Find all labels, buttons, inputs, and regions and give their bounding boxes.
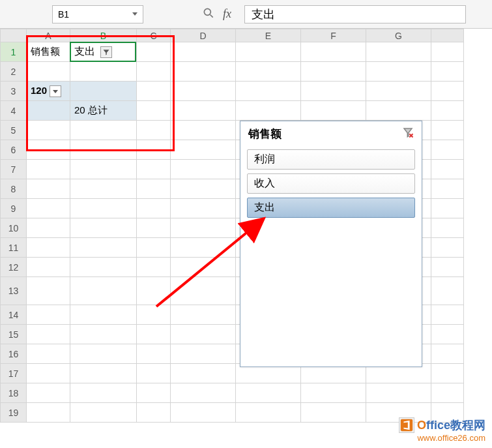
row-head-17[interactable]: 17: [1, 364, 27, 383]
row-head-10[interactable]: 10: [1, 218, 27, 238]
cell-A3[interactable]: 120: [27, 82, 70, 101]
watermark-brand: Office教程网: [417, 417, 485, 433]
row-head-18[interactable]: 18: [1, 383, 27, 403]
row-head-16[interactable]: 16: [1, 344, 27, 364]
col-head-B[interactable]: B: [70, 29, 137, 42]
row-head-14[interactable]: 14: [1, 305, 27, 325]
formula-value: 支出: [252, 7, 275, 22]
row-head-5[interactable]: 5: [1, 121, 27, 140]
cell-E4[interactable]: [236, 101, 301, 121]
watermark: Office教程网 www.office26.com: [399, 417, 485, 443]
cell-C1[interactable]: [137, 42, 171, 62]
slicer-header: 销售额: [240, 121, 422, 147]
row-head-11[interactable]: 11: [1, 238, 27, 258]
row-head-3[interactable]: 3: [1, 82, 27, 101]
row-head-2[interactable]: 2: [1, 62, 27, 82]
slicer-items: 利润 收入 支出: [240, 147, 422, 220]
name-box[interactable]: B1: [52, 5, 143, 23]
cell-D3[interactable]: [171, 82, 236, 101]
cell-F1[interactable]: [301, 42, 366, 62]
col-head-C[interactable]: C: [137, 29, 171, 42]
cell-B1[interactable]: 支出: [70, 42, 137, 62]
cell-A2[interactable]: [27, 62, 70, 82]
cell-A4[interactable]: [27, 101, 70, 121]
magnifier-icon[interactable]: [202, 7, 215, 22]
name-box-value: B1: [58, 9, 132, 20]
col-head-A[interactable]: A: [27, 29, 70, 42]
cell-E2[interactable]: [236, 62, 301, 82]
cell-C4[interactable]: [137, 101, 171, 121]
formula-bar: B1 fx 支出: [0, 0, 492, 29]
cell-G3[interactable]: [366, 82, 431, 101]
office-logo-icon: [399, 417, 414, 433]
cell-F3[interactable]: [301, 82, 366, 101]
col-head-extra[interactable]: [431, 29, 464, 42]
svg-line-1: [210, 15, 213, 18]
slicer-panel[interactable]: 销售额 利润 收入 支出: [240, 121, 422, 367]
cell-extra-1[interactable]: [431, 42, 464, 62]
row-head-8[interactable]: 8: [1, 179, 27, 199]
watermark-url: www.office26.com: [399, 433, 485, 443]
cell-F2[interactable]: [301, 62, 366, 82]
row-head-9[interactable]: 9: [1, 199, 27, 218]
fx-area: fx 支出: [202, 5, 466, 23]
col-head-G[interactable]: G: [366, 29, 431, 42]
row-head-7[interactable]: 7: [1, 160, 27, 179]
clear-filter-icon[interactable]: [402, 127, 414, 142]
row-head-4[interactable]: 4: [1, 101, 27, 121]
fx-label[interactable]: fx: [223, 7, 231, 21]
cell-G1[interactable]: [366, 42, 431, 62]
row-head-19[interactable]: 19: [1, 403, 27, 423]
cell-G4[interactable]: [366, 101, 431, 121]
row-head-1[interactable]: 1: [1, 42, 27, 62]
dropdown-icon[interactable]: [50, 85, 61, 97]
cell-F4[interactable]: [301, 101, 366, 121]
cell-B3[interactable]: [70, 82, 137, 101]
slicer-title: 销售额: [248, 127, 282, 142]
cell-B2[interactable]: [70, 62, 137, 82]
select-all-corner[interactable]: [1, 29, 27, 42]
row-head-13[interactable]: 13: [1, 277, 27, 305]
cell-B4[interactable]: 20 总计: [70, 101, 137, 121]
cell-D4[interactable]: [171, 101, 236, 121]
filter-icon[interactable]: [100, 46, 112, 58]
slicer-item-1[interactable]: 收入: [247, 173, 415, 194]
col-head-F[interactable]: F: [301, 29, 366, 42]
cell-D1[interactable]: [171, 42, 236, 62]
cell-D2[interactable]: [171, 62, 236, 82]
cell-A1[interactable]: 销售额: [27, 42, 70, 62]
cell-E1[interactable]: [236, 42, 301, 62]
chevron-down-icon: [132, 12, 137, 16]
col-head-E[interactable]: E: [236, 29, 301, 42]
row-head-6[interactable]: 6: [1, 140, 27, 160]
svg-point-0: [204, 8, 210, 15]
cell-C3[interactable]: [137, 82, 171, 101]
cell-C2[interactable]: [137, 62, 171, 82]
slicer-item-0[interactable]: 利润: [247, 149, 415, 170]
slicer-item-2[interactable]: 支出: [247, 198, 415, 218]
row-head-12[interactable]: 12: [1, 258, 27, 277]
cell-G2[interactable]: [366, 62, 431, 82]
cell-E3[interactable]: [236, 82, 301, 101]
svg-rect-5: [401, 419, 412, 431]
col-head-D[interactable]: D: [171, 29, 236, 42]
row-head-15[interactable]: 15: [1, 325, 27, 344]
formula-input[interactable]: 支出: [244, 5, 466, 23]
